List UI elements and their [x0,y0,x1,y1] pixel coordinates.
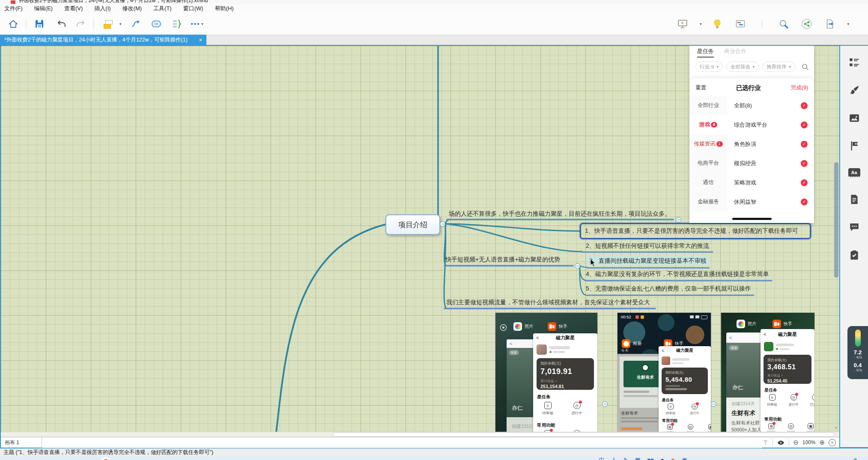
collapse-icon[interactable]: − [602,401,608,407]
search-icon[interactable] [802,63,809,71]
filter-sort[interactable]: 推荐排序▾ [762,62,795,72]
lightbulb-icon[interactable] [710,17,725,31]
canvas-tab[interactable]: 画布 1 [1,437,42,448]
check-icon: ✓ [801,122,808,128]
more-tools-button[interactable]: ••• [191,20,200,27]
menu-edit[interactable]: 编辑(E) [34,5,53,12]
zoom-in-icon[interactable]: ⊕ [819,439,825,446]
album-app-label: 相册 [633,341,641,347]
windows-taskbar: S 中人✎ ▦♥♥● ◆▣ ❖ [0,457,868,460]
scroll-down-icon[interactable]: ⌄ [833,424,838,430]
filter-all[interactable]: 全部筛选▾ [726,62,759,72]
option-row[interactable]: 策略游戏✓ [727,173,814,192]
avatar [662,356,670,365]
redo-icon[interactable] [73,17,88,31]
notes-icon[interactable] [849,194,860,205]
category-ecommerce[interactable]: 电商平台 [689,154,727,173]
summary-icon[interactable] [170,17,184,31]
option-row[interactable]: 模拟经营✓ [727,154,814,173]
taskbar-icons[interactable]: 中人✎ ▦♥♥● ◆▣ [599,457,687,460]
presentation-caret-icon[interactable]: ▾ [700,22,702,26]
search-icon[interactable] [776,17,791,31]
func-icon: ▣ [808,423,814,429]
zoom-out-icon[interactable]: ⊖ [793,439,799,446]
back-icon: < [510,341,512,346]
save-icon[interactable] [32,17,47,31]
option-row[interactable]: 角色扮演✓ [727,134,814,154]
canvas-menu-icon[interactable]: ≡ [829,439,836,446]
share-icon[interactable] [799,17,814,31]
menu-view[interactable]: 查看(V) [64,5,83,12]
topic-strategy[interactable]: 我们主要做短视频流量，不管做什么领域视频素材，首先保证这个素材受众大 [446,299,650,306]
format-brush-icon[interactable] [849,85,860,96]
export-caret-icon[interactable]: ▾ [847,22,849,26]
tab-star-tasks[interactable]: 星任务 [697,47,714,58]
option-row[interactable]: 休闲益智✓ [727,192,814,211]
topic-point-2[interactable]: 2、短视频不挂任何链接可以获得非常大的推流 [586,242,709,250]
menu-insert[interactable]: 插入(I) [94,5,110,12]
menu-modify[interactable]: 修改(M) [122,5,142,12]
topic-point-4[interactable]: 4、磁力聚星没有复杂的环节，不管视频还是直播挂载链接是非常简单 [586,270,769,278]
phone-screenshot-3[interactable]: 照片 快手 < 实况 亦仁 创建2314天 生财有术 生财有术社群 5000 [721,313,814,435]
mindmap-canvas[interactable]: 项目介绍 − 场的人还不算很多，快手也在力推磁力聚星，目前还在疯狂生长期，项目玩… [1,46,839,437]
topic-market[interactable]: 场的人还不算很多，快手也在力推磁力聚星，目前还在疯狂生长期，项目玩法众多。 [449,210,671,218]
structure-icon[interactable] [104,20,118,28]
topic-point-1-selected[interactable]: 1、快手语音直播，只要不是很厉害的诱导完全不违规，做好匹配的下载任务即可 [580,223,811,239]
func-icon: ⊞ [768,423,774,429]
topic-advantages[interactable]: 快手短视频+无人语音直播+磁力聚星的优势 [445,256,560,264]
option-row[interactable]: 全部(8)✓ [727,96,814,115]
menu-tools[interactable]: 工具(T) [153,5,172,12]
category-telecom[interactable]: 通信 [689,173,727,192]
tab-business[interactable]: 商业合作 [724,47,746,58]
category-games[interactable]: 游戏8 [689,115,727,134]
menu-help[interactable]: 帮助(H) [215,5,234,12]
document-tab-title: *外面收费2千的磁力聚星项目，24小时无人直播，4个月122w，可矩阵操作(1) [4,36,188,44]
horizontal-scrollbar[interactable] [333,432,835,437]
menu-window[interactable]: 窗口(W) [183,5,203,12]
phone-screenshot-2[interactable]: 00:52 相册 快手 今天 [617,313,711,435]
collapse-icon[interactable]: − [440,221,445,227]
home-icon[interactable] [6,17,21,31]
boundary-icon[interactable] [149,17,164,31]
marker-flag-icon[interactable] [849,140,860,151]
menu-file[interactable]: 文件(F) [4,5,23,12]
collapse-icon[interactable]: − [575,263,580,269]
category-all[interactable]: 全部行业 [689,96,727,115]
phone-screenshot-1[interactable]: 照片 快手 < 实况 亦仁 创建2312天 < [495,313,597,435]
done-button[interactable]: 完成(9) [791,84,808,92]
presentation-icon[interactable] [675,17,690,31]
reset-button[interactable]: 重置 [695,84,706,92]
document-tab[interactable]: *外面收费2千的磁力聚星项目，24小时无人直播，4个月122w，可矩阵操作(1)… [0,35,206,45]
topic-point-5[interactable]: 5、无需缴纳保证金乱七八糟的费用，仅靠一部手机就可以操作 [586,285,751,293]
image-icon[interactable] [849,113,860,124]
label-icon[interactable]: Aa [848,168,860,177]
category-media[interactable]: 传媒资讯1 [689,134,727,154]
filter-icon[interactable] [762,439,769,446]
taskbar-green-icon[interactable]: ❖ [853,457,858,460]
collapse-icon[interactable]: − [676,217,681,223]
structure-caret-icon[interactable]: ▾ [119,22,122,26]
check-icon: ✓ [801,141,808,148]
taskbar-icon: ▣ [682,457,687,460]
pending-label: 待审核 [666,411,676,415]
more-caret-icon[interactable]: ▾ [201,22,203,26]
topic-point-3[interactable]: 3、直播间挂载磁力聚星变现链接基本不审核 [587,257,709,265]
outline-icon[interactable] [849,57,860,68]
comment-icon[interactable] [849,222,860,233]
relationship-icon[interactable] [128,17,143,31]
eye-icon[interactable] [777,439,785,446]
export-icon[interactable] [823,17,837,31]
category-finance[interactable]: 金融服务 [689,192,727,211]
root-topic[interactable]: 项目介绍 [385,214,440,235]
option-row[interactable]: 综合游戏平台✓ [727,115,814,134]
undo-icon[interactable] [54,17,69,31]
vertical-scrollbar[interactable] [834,162,838,278]
collapse-icon[interactable]: − [711,401,716,407]
tab-close-icon[interactable]: × [199,37,202,43]
task-icon[interactable] [849,249,860,261]
upload-speed: 7.2 [854,350,862,355]
gantt-icon[interactable] [733,17,748,31]
filter-industry[interactable]: 行业·9▾ [695,62,723,72]
sogou-icon[interactable]: S [101,457,110,460]
func-icon: ◎ [788,423,794,429]
